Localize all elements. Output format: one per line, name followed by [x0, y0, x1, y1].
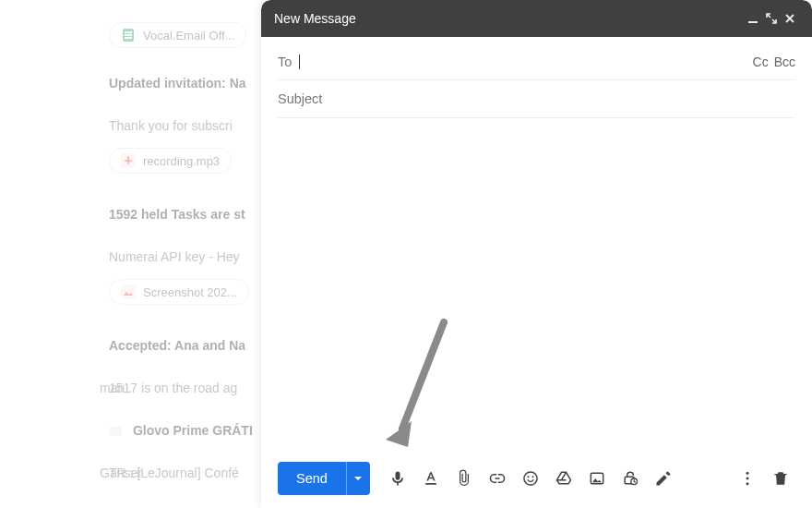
svg-rect-1: [125, 31, 132, 33]
svg-rect-3: [125, 37, 132, 39]
insert-emoji-icon[interactable]: [514, 462, 547, 495]
svg-point-9: [531, 476, 533, 478]
attachment-chip: Vocal.Email Off...: [109, 22, 246, 48]
inbox-sender: man .: [100, 381, 132, 395]
confidential-mode-icon[interactable]: [614, 462, 647, 495]
compose-title: New Message: [274, 11, 744, 26]
attachment-chip: Screenshot 202...: [109, 279, 249, 305]
insert-photo-icon[interactable]: [580, 462, 614, 495]
sheets-icon: [121, 28, 136, 42]
text-format-icon[interactable]: [414, 462, 448, 495]
bcc-button[interactable]: Bcc: [774, 54, 795, 69]
audio-icon: [121, 153, 136, 168]
close-icon[interactable]: [781, 9, 799, 28]
subject-input[interactable]: Subject: [278, 91, 795, 108]
svg-point-7: [524, 472, 537, 485]
compose-header: New Message: [261, 0, 812, 37]
compose-toolbar: Send: [261, 453, 812, 508]
attachment-chip: recording.mp3: [109, 148, 232, 174]
expand-icon[interactable]: [762, 9, 781, 28]
card-icon: [109, 427, 122, 436]
to-field-row: To Cc Bcc: [278, 42, 795, 80]
attach-file-icon[interactable]: [448, 462, 481, 495]
svg-point-8: [527, 476, 529, 478]
attachment-label: Screenshot 202...: [143, 285, 237, 299]
send-button[interactable]: Send: [278, 462, 346, 495]
svg-point-13: [746, 472, 749, 475]
attachment-label: Vocal.Email Off...: [143, 29, 234, 42]
send-group: Send: [278, 462, 370, 495]
minimize-icon[interactable]: [744, 9, 762, 28]
insert-signature-icon[interactable]: [647, 462, 680, 495]
compose-window: New Message To Cc Bcc Subject: [261, 0, 812, 508]
compose-body[interactable]: [261, 118, 812, 453]
insert-drive-icon[interactable]: [547, 462, 580, 495]
insert-link-icon[interactable]: [481, 462, 514, 495]
svg-rect-2: [125, 34, 132, 36]
to-input[interactable]: [297, 54, 752, 70]
microphone-icon[interactable]: [381, 462, 414, 495]
compose-fields: To Cc Bcc Subject: [261, 37, 812, 118]
send-more-button[interactable]: [346, 462, 370, 495]
svg-point-14: [746, 478, 749, 480]
discard-draft-icon[interactable]: [764, 462, 797, 495]
inbox-sender: Ganser: [100, 466, 142, 480]
to-label: To: [278, 54, 292, 69]
svg-rect-5: [121, 284, 136, 299]
more-options-icon[interactable]: [731, 462, 764, 495]
attachment-label: recording.mp3: [143, 154, 220, 168]
subject-field-row: Subject: [278, 80, 795, 118]
svg-point-15: [746, 482, 749, 485]
image-icon: [121, 284, 136, 299]
svg-rect-6: [748, 21, 758, 23]
cc-button[interactable]: Cc: [753, 54, 769, 69]
